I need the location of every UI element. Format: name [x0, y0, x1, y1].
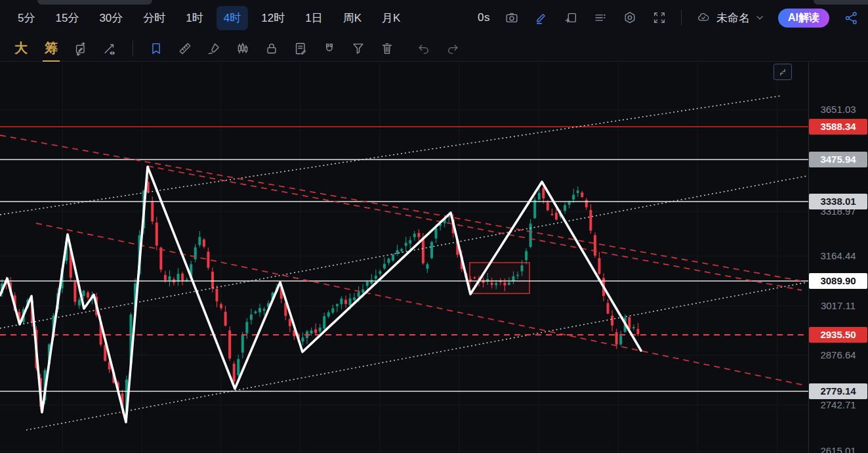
axis-tick-2615.01: 2615.01: [808, 444, 868, 453]
magnet-icon[interactable]: [318, 37, 341, 60]
trash-icon[interactable]: [376, 37, 398, 60]
trendline-dotted-mid-rising[interactable]: [0, 176, 807, 328]
price-badge-2935.50: 2935.50: [809, 327, 867, 343]
axis-tick-2742.71: 2742.71: [808, 398, 868, 412]
list-icon[interactable]: [592, 10, 608, 26]
chart-canvas[interactable]: [0, 62, 868, 453]
price-badge-3588.34: 3588.34: [809, 119, 867, 135]
timeframe-4时[interactable]: 4时: [217, 6, 248, 30]
ruler-icon[interactable]: [174, 37, 196, 60]
redraw-icon[interactable]: [70, 37, 92, 60]
top-toolbar: 5分15分30分分时1时4时12时1日周K月K 0s 未命名 AI解读: [0, 0, 868, 36]
trendline-dotted-support-rising[interactable]: [26, 282, 807, 430]
candles: [1, 177, 639, 418]
axis-tick-3164.44: 3164.44: [808, 249, 868, 263]
axis-tick-3651.03: 3651.03: [808, 102, 868, 117]
camera-icon[interactable]: [504, 10, 520, 26]
timeframe-分时[interactable]: 分时: [136, 6, 173, 30]
timeframe-30分[interactable]: 30分: [92, 6, 130, 30]
trend-arrow-icon[interactable]: [98, 37, 121, 60]
timeframe-row: 5分15分30分分时1时4时12时1日周K月K: [0, 6, 407, 30]
consolidation-box[interactable]: [470, 263, 529, 293]
price-badge-2779.14: 2779.14: [809, 383, 867, 399]
price-badge-3089.90: 3089.90: [809, 273, 867, 289]
layout-selector[interactable]: 未命名: [695, 10, 764, 26]
doc-edit-icon[interactable]: [289, 37, 312, 60]
price-badge-3475.94: 3475.94: [809, 152, 867, 167]
restore-chart-icon[interactable]: [774, 64, 792, 80]
redo-icon[interactable]: [442, 37, 464, 60]
trendline-dotted-upper-rising[interactable]: [0, 96, 781, 215]
drawbar-divider: [133, 41, 133, 56]
timeframe-5分[interactable]: 5分: [10, 6, 42, 30]
timeframe-1时[interactable]: 1时: [178, 6, 210, 30]
chip-大[interactable]: 大: [9, 35, 33, 62]
lock-icon[interactable]: [260, 37, 283, 60]
chip-筹[interactable]: 筹: [39, 35, 63, 62]
funnel-icon[interactable]: [347, 37, 369, 60]
timeframe-15分[interactable]: 15分: [48, 6, 86, 30]
header-tool-icons: [504, 10, 667, 26]
timeframe-月K[interactable]: 月K: [375, 6, 407, 30]
toolbar-divider: [681, 10, 682, 26]
brush-icon[interactable]: [203, 37, 225, 60]
timeframe-周K[interactable]: 周K: [336, 6, 369, 30]
bookmark-icon[interactable]: [145, 37, 167, 60]
add-panel-icon[interactable]: [563, 10, 579, 26]
undo-icon[interactable]: [413, 37, 435, 60]
axis-tick-2876.64: 2876.64: [808, 348, 868, 362]
tooltip-remnant-left: [37, 0, 152, 5]
chevron-down-icon: [755, 13, 764, 22]
axis-tick-3017.11: 3017.11: [808, 299, 868, 313]
bar-countdown: 0s: [478, 11, 490, 24]
candles-pattern-icon[interactable]: [232, 37, 254, 60]
timeframe-12时[interactable]: 12时: [254, 6, 292, 30]
drawing-toolbar: 大筹: [0, 35, 868, 62]
hexagon-settings-icon[interactable]: [622, 10, 638, 26]
trendline-red-falling-lower[interactable]: [36, 223, 802, 385]
price-badge-3338.01: 3338.01: [809, 194, 867, 209]
layout-name: 未命名: [716, 11, 750, 26]
pencil-icon[interactable]: [533, 10, 549, 26]
trading-app-screen: 5分15分30分分时1时4时12时1日周K月K 0s 未命名 AI解读 大筹 3…: [0, 0, 868, 453]
timeframe-1日[interactable]: 1日: [298, 6, 329, 30]
fullscreen-icon[interactable]: [651, 10, 667, 26]
price-axis[interactable]: 3651.033318.973164.443017.112876.642742.…: [808, 0, 868, 453]
cloud-check-icon: [695, 10, 711, 26]
